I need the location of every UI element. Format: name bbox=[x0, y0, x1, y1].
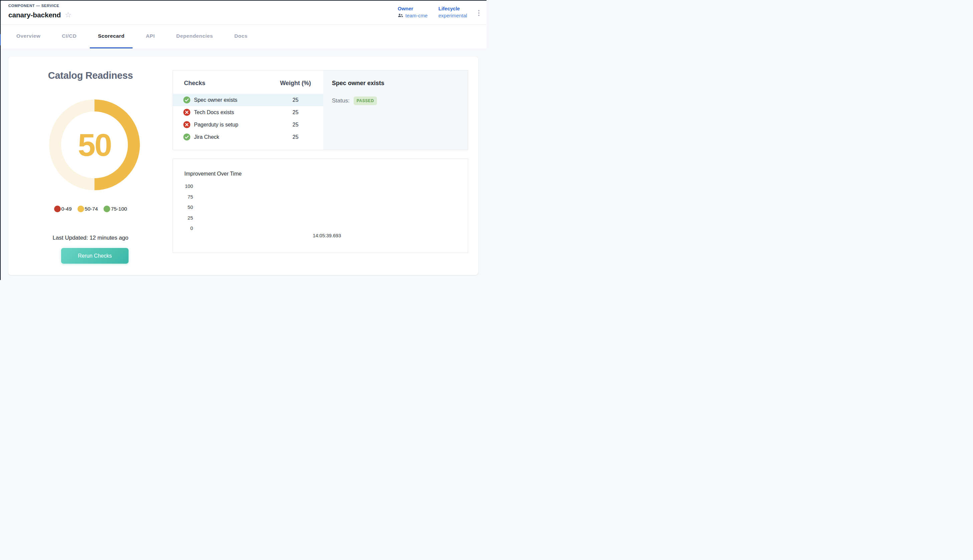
tab-bar: OverviewCI/CDScorecardAPIDependenciesDoc… bbox=[0, 25, 486, 48]
legend-dot-icon bbox=[103, 206, 110, 212]
people-icon bbox=[398, 13, 403, 18]
checks-panel: Checks Weight (%) Spec owner exists25Tec… bbox=[173, 70, 468, 150]
score-legend: 0-4950-7475-100 bbox=[8, 206, 173, 212]
legend-item: 0-49 bbox=[54, 206, 72, 212]
window-top-edge bbox=[0, 0, 486, 1]
owner-link[interactable]: team-cme bbox=[398, 13, 428, 18]
chart-title: Improvement Over Time bbox=[184, 171, 242, 177]
lifecycle-value: experimental bbox=[439, 13, 467, 18]
check-row[interactable]: Tech Docs exists25 bbox=[173, 106, 323, 118]
legend-item: 50-74 bbox=[77, 206, 98, 212]
check-name: Jira Check bbox=[194, 134, 219, 140]
score-gauge: 50 bbox=[49, 100, 140, 190]
owner-value: team-cme bbox=[406, 13, 428, 18]
check-weight: 25 bbox=[269, 122, 322, 128]
improvement-chart: Improvement Over Time 1007550250 14:05:3… bbox=[173, 158, 468, 253]
status-label: Status: bbox=[332, 97, 350, 104]
check-row[interactable]: Jira Check25 bbox=[173, 131, 323, 143]
legend-dot-icon bbox=[77, 206, 84, 212]
score-value: 50 bbox=[78, 127, 111, 163]
legend-label: 75-100 bbox=[111, 206, 127, 212]
checks-column-header: Checks bbox=[184, 80, 205, 87]
check-name: Spec owner exists bbox=[194, 97, 237, 103]
tab-ci-cd[interactable]: CI/CD bbox=[54, 25, 85, 48]
lifecycle-block: Lifecycle experimental bbox=[439, 6, 467, 18]
breadcrumb: COMPONENT — SERVICE bbox=[8, 4, 59, 8]
y-axis-tick: 0 bbox=[173, 226, 193, 231]
check-circle-icon bbox=[183, 97, 190, 103]
lifecycle-label[interactable]: Lifecycle bbox=[439, 6, 467, 12]
entity-header: COMPONENT — SERVICE canary-backend ☆ Own… bbox=[0, 0, 486, 25]
legend-dot-icon bbox=[54, 206, 61, 212]
y-axis-tick: 75 bbox=[173, 194, 193, 200]
check-row[interactable]: Spec owner exists25 bbox=[173, 94, 323, 106]
owner-block: Owner team-cme bbox=[398, 6, 428, 18]
favorite-star-icon[interactable]: ☆ bbox=[65, 12, 72, 19]
y-axis-tick: 100 bbox=[173, 183, 193, 189]
tab-api[interactable]: API bbox=[138, 25, 163, 48]
tab-docs[interactable]: Docs bbox=[226, 25, 256, 48]
check-row[interactable]: Pagerduty is setup25 bbox=[173, 118, 323, 131]
gauge-title: Catalog Readiness bbox=[8, 70, 173, 81]
app-window: COMPONENT — SERVICE canary-backend ☆ Own… bbox=[0, 0, 486, 280]
rerun-checks-button[interactable]: Rerun Checks bbox=[61, 248, 129, 263]
x-axis-tick: 14:05:39.693 bbox=[313, 233, 341, 238]
score-gauge-hole: 50 bbox=[61, 112, 128, 178]
kebab-menu-icon[interactable] bbox=[476, 8, 482, 18]
status-badge: PASSED bbox=[354, 97, 377, 105]
x-circle-icon bbox=[183, 121, 190, 128]
legend-label: 50-74 bbox=[85, 206, 98, 212]
weight-column-header: Weight (%) bbox=[269, 80, 322, 87]
owner-label[interactable]: Owner bbox=[398, 6, 428, 12]
check-circle-icon bbox=[183, 133, 190, 140]
check-weight: 25 bbox=[269, 97, 322, 103]
last-updated: Last Updated: 12 minutes ago bbox=[8, 235, 173, 241]
y-axis-tick: 50 bbox=[173, 205, 193, 210]
scorecard-card: Catalog Readiness 50 0-4950-7475-100 Las… bbox=[8, 57, 478, 275]
tab-overview[interactable]: Overview bbox=[8, 25, 48, 48]
checks-table: Checks Weight (%) Spec owner exists25Tec… bbox=[173, 70, 323, 150]
legend-label: 0-49 bbox=[62, 206, 72, 212]
tab-dependencies[interactable]: Dependencies bbox=[168, 25, 221, 48]
x-circle-icon bbox=[183, 109, 190, 116]
legend-item: 75-100 bbox=[103, 206, 127, 212]
check-name: Tech Docs exists bbox=[194, 110, 234, 115]
check-weight: 25 bbox=[269, 110, 322, 115]
check-detail-title: Spec owner exists bbox=[332, 80, 384, 87]
window-edge-accent bbox=[0, 34, 1, 45]
check-detail-panel: Spec owner exists Status: PASSED bbox=[323, 70, 468, 150]
page-title: canary-backend bbox=[8, 11, 61, 19]
tab-scorecard[interactable]: Scorecard bbox=[90, 25, 132, 48]
check-name: Pagerduty is setup bbox=[194, 122, 239, 128]
check-weight: 25 bbox=[269, 134, 322, 140]
y-axis-tick: 25 bbox=[173, 215, 193, 221]
